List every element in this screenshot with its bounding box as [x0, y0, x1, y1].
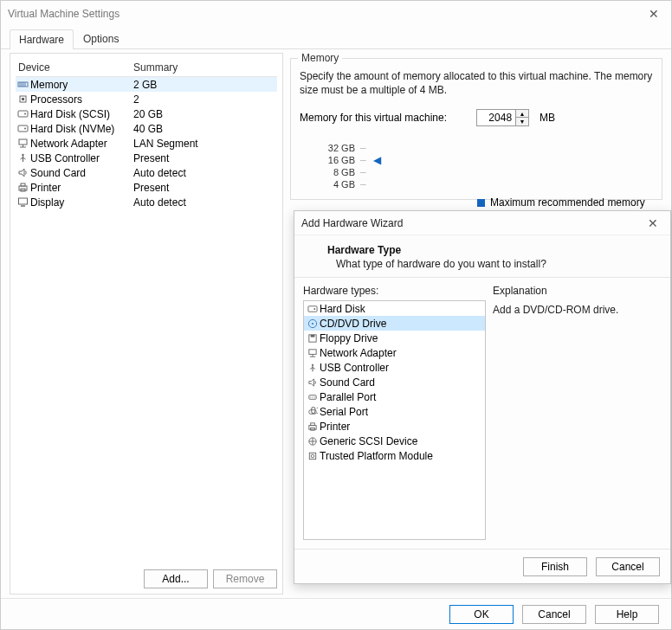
hardware-item[interactable]: Printer	[304, 419, 485, 434]
close-icon[interactable]: ✕	[643, 5, 664, 22]
wizard-footer: Finish Cancel	[294, 549, 670, 583]
main-footer: OK Cancel Help	[1, 598, 671, 629]
hardware-item-label: Floppy Drive	[320, 332, 378, 344]
hardware-item[interactable]: Sound Card	[304, 375, 485, 389]
hardware-item[interactable]: Hard Disk	[304, 301, 485, 316]
device-row[interactable]: USB ControllerPresent	[16, 151, 277, 165]
memory-legend-max: Maximum recommended memory	[477, 196, 645, 209]
wizard-titlebar: Add Hardware Wizard ✕	[294, 211, 670, 235]
hardware-types-list[interactable]: Hard DiskCD/DVD DriveFloppy DriveNetwork…	[303, 300, 486, 540]
hdd-icon	[16, 108, 29, 120]
wizard-heading: Hardware Type	[327, 244, 653, 256]
device-row[interactable]: Hard Disk (SCSI)20 GB	[16, 106, 277, 121]
hardware-item-label: CD/DVD Drive	[320, 318, 386, 330]
remove-button[interactable]: Remove	[213, 569, 277, 588]
hardware-item-label: Sound Card	[320, 376, 375, 389]
cancel-button[interactable]: Cancel	[522, 605, 586, 624]
sound-icon	[306, 376, 320, 389]
device-list-header: Device Summary	[16, 59, 277, 77]
ok-button[interactable]: OK	[449, 605, 514, 624]
scale-tick: 16 GB	[324, 155, 355, 165]
close-icon[interactable]: ✕	[643, 215, 663, 232]
spinner-down-icon[interactable]: ▼	[516, 118, 528, 125]
device-name: USB Controller	[30, 152, 133, 164]
hardware-item-label: Printer	[320, 421, 350, 433]
help-button[interactable]: Help	[595, 605, 659, 624]
device-name: Printer	[30, 182, 133, 194]
scale-tick: 32 GB	[324, 143, 355, 153]
hardware-types-label: Hardware types:	[303, 285, 486, 297]
floppy-icon	[306, 332, 320, 344]
memory-icon	[16, 79, 29, 91]
hardware-item[interactable]: Floppy Drive	[304, 331, 485, 345]
device-row[interactable]: Processors2	[16, 92, 277, 106]
device-row[interactable]: Memory2 GB	[16, 77, 277, 92]
hardware-item-label: USB Controller	[320, 362, 389, 374]
printer-icon	[16, 182, 29, 194]
usb-icon	[16, 152, 29, 164]
hardware-item[interactable]: Network Adapter	[304, 345, 485, 360]
scale-tick: 4 GB	[324, 179, 355, 190]
device-row[interactable]: Network AdapterLAN Segment	[16, 136, 277, 151]
sound-icon	[16, 167, 29, 179]
memory-unit: MB	[540, 112, 555, 124]
device-row[interactable]: PrinterPresent	[16, 180, 277, 195]
device-summary: Present	[133, 152, 277, 164]
memory-input-label: Memory for this virtual machine:	[300, 112, 447, 124]
device-panel: Device Summary Memory2 GBProcessors2Hard…	[10, 53, 283, 595]
device-name: Display	[30, 196, 133, 209]
hardware-item[interactable]: Serial Port	[304, 404, 485, 419]
spinner-up-icon[interactable]: ▲	[516, 110, 528, 118]
hardware-item[interactable]: USB Controller	[304, 360, 485, 375]
device-summary: LAN Segment	[133, 138, 277, 150]
add-button[interactable]: Add...	[144, 569, 208, 588]
memory-description: Specify the amount of memory allocated t…	[300, 69, 653, 97]
device-summary: Present	[133, 182, 277, 194]
device-row[interactable]: Hard Disk (NVMe)40 GB	[16, 121, 277, 136]
network-icon	[306, 347, 320, 359]
device-name: Hard Disk (SCSI)	[30, 108, 133, 120]
hardware-item-label: Trusted Platform Module	[320, 450, 433, 462]
tpm-icon	[306, 450, 320, 462]
device-name: Processors	[30, 93, 133, 106]
device-row[interactable]: DisplayAuto detect	[16, 195, 277, 209]
hardware-item-label: Hard Disk	[320, 303, 365, 315]
parallel-icon	[306, 391, 320, 403]
device-summary: 2 GB	[133, 79, 277, 91]
hardware-item[interactable]: Parallel Port	[304, 389, 485, 404]
device-rows: Memory2 GBProcessors2Hard Disk (SCSI)20 …	[16, 77, 277, 564]
column-header-summary[interactable]: Summary	[133, 61, 277, 74]
device-name: Memory	[30, 79, 133, 91]
titlebar: Virtual Machine Settings ✕	[1, 1, 671, 27]
wizard-cancel-button[interactable]: Cancel	[596, 557, 660, 576]
wizard-title: Add Hardware Wizard	[301, 217, 643, 229]
hardware-item[interactable]: Generic SCSI Device	[304, 434, 485, 448]
device-row[interactable]: Sound CardAuto detect	[16, 165, 277, 180]
device-summary: Auto detect	[133, 167, 277, 179]
display-icon	[16, 196, 29, 209]
finish-button[interactable]: Finish	[523, 557, 587, 576]
device-summary: 40 GB	[133, 123, 277, 135]
usb-icon	[306, 362, 320, 374]
memory-spinner[interactable]: ▲▼	[516, 109, 529, 126]
hardware-item[interactable]: Trusted Platform Module	[304, 448, 485, 463]
tab-options[interactable]: Options	[74, 29, 128, 48]
memory-input[interactable]	[476, 109, 516, 126]
serial-icon	[306, 406, 320, 418]
device-name: Network Adapter	[30, 138, 133, 150]
device-summary: Auto detect	[133, 196, 277, 209]
hardware-item-label: Generic SCSI Device	[320, 435, 417, 447]
cpu-icon	[16, 93, 29, 106]
device-name: Hard Disk (NVMe)	[30, 123, 133, 135]
wizard-header: Hardware Type What type of hardware do y…	[294, 235, 670, 278]
hdd-icon	[16, 123, 29, 135]
hardware-item[interactable]: CD/DVD Drive	[304, 316, 485, 331]
device-summary: 20 GB	[133, 108, 277, 120]
column-header-device[interactable]: Device	[16, 61, 133, 74]
memory-marker-icon: ◀	[373, 154, 381, 166]
tab-hardware[interactable]: Hardware	[10, 29, 74, 49]
memory-scale: 32 GB– 16 GB–◀ 8 GB– 4 GB–	[324, 142, 653, 190]
legend-label: Maximum recommended memory	[490, 196, 645, 209]
scale-tick: 8 GB	[324, 167, 355, 177]
hardware-item-label: Network Adapter	[320, 347, 397, 359]
